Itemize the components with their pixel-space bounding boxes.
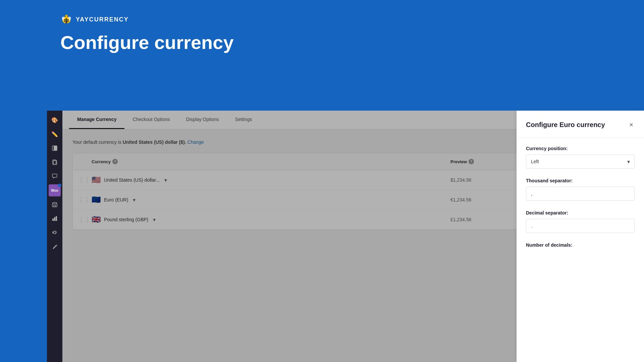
flag-usd: 🇺🇸 xyxy=(92,176,101,184)
side-panel: Configure Euro currency × Currency posit… xyxy=(517,111,644,362)
sidebar-item-store[interactable] xyxy=(49,198,61,210)
side-panel-title: Configure Euro currency xyxy=(526,121,605,129)
tab-display-options[interactable]: Display Options xyxy=(178,111,227,129)
currency-name-usd: United States (US) dollar... xyxy=(104,177,160,183)
page-title: Configure currency xyxy=(60,32,644,53)
currency-selector-usd[interactable]: 🇺🇸 United States (US) dollar... ▾ xyxy=(92,176,450,184)
svg-rect-20 xyxy=(56,216,57,221)
svg-rect-19 xyxy=(54,217,55,221)
decimal-separator-input[interactable] xyxy=(526,219,635,233)
notice-prefix: Your default currency is xyxy=(72,139,123,145)
dropdown-arrow-gbp[interactable]: ▾ xyxy=(153,217,156,223)
sidebar-item-woo[interactable]: Woo xyxy=(49,184,61,196)
preview-gbp: £1,234.56 xyxy=(450,217,518,222)
svg-point-9 xyxy=(65,16,66,17)
form-group-decimal-separator: Decimal separator: xyxy=(526,210,635,233)
tab-checkout-options[interactable]: Checkout Options xyxy=(124,111,178,129)
number-of-decimals-label: Number of decimals: xyxy=(526,242,635,248)
th-currency: Currency ? xyxy=(92,159,450,164)
sidebar: 🎨 ✏️ Woo xyxy=(47,111,62,362)
thousand-separator-input[interactable] xyxy=(526,187,635,201)
decimal-separator-label: Decimal separator: xyxy=(526,210,635,216)
flag-gbp: 🇬🇧 xyxy=(92,215,101,224)
sidebar-item-chart[interactable] xyxy=(49,213,61,225)
tab-settings[interactable]: Settings xyxy=(227,111,260,129)
change-currency-link[interactable]: Change xyxy=(187,139,204,145)
side-panel-body: Currency position: Left Right Left space… xyxy=(517,138,644,265)
dropdown-arrow-eur[interactable]: ▾ xyxy=(133,197,136,203)
sidebar-item-pages[interactable] xyxy=(49,156,61,168)
svg-rect-21 xyxy=(53,232,54,233)
svg-rect-6 xyxy=(64,19,69,20)
th-preview: Preview ? xyxy=(450,159,518,164)
sidebar-item-layers[interactable] xyxy=(49,142,61,154)
sidebar-item-paint[interactable]: 🎨 xyxy=(49,114,61,126)
svg-rect-7 xyxy=(64,21,69,22)
drag-handle-eur[interactable]: ⋮⋮ xyxy=(78,196,92,203)
flag-eur: 🇪🇺 xyxy=(92,195,101,204)
sidebar-item-pen[interactable]: ✏️ xyxy=(49,128,61,140)
drag-handle-gbp[interactable]: ⋮⋮ xyxy=(78,216,92,223)
currency-position-select-wrapper: Left Right Left space Right space ▾ xyxy=(526,155,635,169)
currency-selector-gbp[interactable]: 🇬🇧 Pound sterling (GBP) ▾ xyxy=(92,215,450,224)
svg-rect-12 xyxy=(54,146,57,150)
brand-name: YAYCURRENCY xyxy=(76,16,129,23)
tab-manage-currency[interactable]: Manage Currency xyxy=(69,111,124,129)
svg-rect-18 xyxy=(52,219,54,221)
preview-help-icon[interactable]: ? xyxy=(469,159,474,164)
preview-usd: $1,234.56 xyxy=(450,177,518,183)
svg-rect-17 xyxy=(54,205,56,207)
thousand-separator-label: Thousand separator: xyxy=(526,178,635,183)
woo-badge xyxy=(58,184,61,187)
woo-label: Woo xyxy=(51,189,58,192)
side-panel-header: Configure Euro currency × xyxy=(517,111,644,138)
currency-name-eur: Euro (EUR) xyxy=(104,197,128,202)
currency-name-gbp: Pound sterling (GBP) xyxy=(104,217,148,222)
sidebar-item-comment[interactable] xyxy=(49,170,61,182)
currency-selector-eur[interactable]: 🇪🇺 Euro (EUR) ▾ xyxy=(92,195,450,204)
header-area: YAYCURRENCY Configure currency xyxy=(0,0,644,66)
close-button[interactable]: × xyxy=(628,120,635,129)
currency-position-select[interactable]: Left Right Left space Right space xyxy=(526,155,635,169)
svg-point-10 xyxy=(67,16,68,17)
brand-row: YAYCURRENCY xyxy=(60,13,644,25)
svg-rect-15 xyxy=(52,174,57,177)
sidebar-item-megaphone[interactable] xyxy=(49,227,61,239)
default-currency-name: United States (US) dollar ($). xyxy=(123,139,186,145)
drag-handle-usd[interactable]: ⋮⋮ xyxy=(78,176,92,184)
form-group-currency-position: Currency position: Left Right Left space… xyxy=(526,146,635,169)
brand-logo xyxy=(60,13,72,25)
sidebar-item-tools[interactable] xyxy=(49,241,61,253)
form-group-thousand-separator: Thousand separator: xyxy=(526,178,635,201)
currency-help-icon[interactable]: ? xyxy=(112,159,118,164)
preview-eur: €1,234.56 xyxy=(450,197,518,202)
dropdown-arrow-usd[interactable]: ▾ xyxy=(164,177,167,183)
form-group-number-of-decimals: Number of decimals: xyxy=(526,242,635,248)
currency-position-label: Currency position: xyxy=(526,146,635,151)
